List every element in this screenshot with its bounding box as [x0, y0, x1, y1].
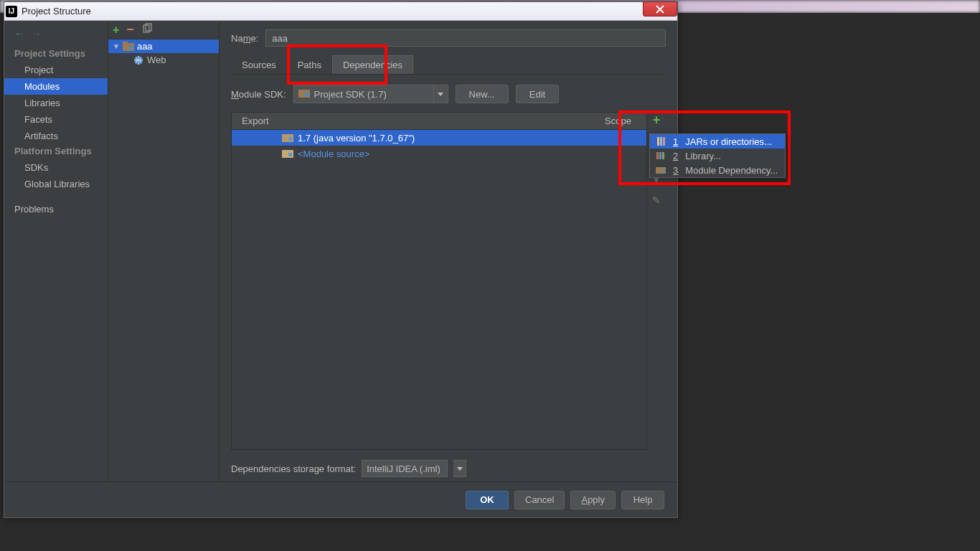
tab-sources[interactable]: Sources	[231, 55, 287, 74]
tabs: Sources Paths Dependencies	[231, 55, 666, 75]
nav-back-icon[interactable]: ←	[14, 28, 24, 39]
new-sdk-button[interactable]: New...	[456, 85, 509, 103]
svg-rect-9	[288, 137, 292, 141]
apply-button[interactable]: Apply	[570, 491, 616, 509]
tab-paths[interactable]: Paths	[287, 55, 332, 74]
svg-rect-19	[661, 169, 664, 172]
cancel-button[interactable]: Cancel	[514, 491, 565, 509]
storage-dropdown-icon[interactable]	[453, 460, 466, 477]
storage-value: IntelliJ IDEA (.iml)	[367, 463, 440, 474]
popup-label: JARs or directories...	[685, 136, 772, 147]
edit-sdk-button[interactable]: Edit	[516, 85, 559, 103]
nav-libraries[interactable]: Libraries	[4, 95, 108, 111]
sdk-select[interactable]: Project SDK (1.7)	[293, 85, 448, 103]
nav-global-libraries[interactable]: Global Libraries	[4, 176, 108, 192]
row-label: <Module source>	[298, 149, 369, 159]
module-name-input[interactable]	[265, 29, 666, 47]
module-dep-icon	[656, 165, 667, 175]
popup-item-module-dep[interactable]: 3 Module Dependency...	[650, 163, 785, 177]
nav-facets[interactable]: Facets	[4, 111, 108, 128]
svg-rect-16	[659, 152, 661, 159]
tab-dependencies[interactable]: Dependencies	[332, 55, 413, 74]
popup-item-jars[interactable]: 1 JARs or directories...	[650, 134, 785, 149]
dependencies-table: Export Scope 1.7 (java version "1.7.0_67…	[231, 112, 647, 450]
close-button[interactable]	[643, 1, 677, 17]
svg-rect-17	[662, 152, 664, 159]
titlebar-title: Project Structure	[22, 6, 91, 17]
titlebar: IJ Project Structure	[4, 2, 677, 21]
svg-rect-15	[656, 152, 659, 159]
nav-modules[interactable]: Modules	[4, 78, 108, 95]
storage-label: Dependencies storage format:	[231, 463, 356, 474]
dialog-footer: OK Cancel Apply Help	[4, 481, 677, 517]
copy-module-icon[interactable]	[141, 23, 153, 37]
svg-rect-4	[129, 46, 133, 50]
tree-item-web[interactable]: Web	[108, 53, 219, 67]
dropdown-icon	[433, 85, 448, 103]
library-icon	[656, 151, 667, 161]
svg-rect-14	[663, 137, 665, 146]
tree-item-root[interactable]: ▼ aaa	[108, 39, 219, 53]
close-icon	[656, 5, 664, 14]
row-label: 1.7 (java version "1.7.0_67")	[298, 133, 415, 143]
module-icon	[123, 42, 134, 52]
popup-label: Library...	[685, 151, 721, 161]
sdk-folder-icon	[298, 88, 310, 100]
jdk-folder-icon	[282, 133, 293, 143]
tree-item-label: aaa	[137, 41, 153, 52]
module-folder-icon	[282, 149, 293, 159]
table-row[interactable]: 1.7 (java version "1.7.0_67")	[232, 130, 646, 146]
nav-problems[interactable]: Problems	[4, 201, 108, 217]
name-label: Name:	[231, 33, 258, 44]
nav-forward-icon[interactable]: →	[32, 28, 42, 39]
table-header: Export Scope	[232, 113, 646, 130]
nav-project[interactable]: Project	[4, 62, 108, 78]
web-icon	[133, 55, 144, 65]
section-project-settings: Project Settings	[4, 47, 108, 62]
tree-item-label: Web	[147, 55, 166, 65]
table-row[interactable]: <Module source>	[232, 146, 646, 161]
svg-rect-7	[305, 93, 308, 96]
col-export[interactable]: Export	[232, 116, 282, 126]
add-dependency-button[interactable]: +	[649, 112, 664, 128]
edit-dependency-button[interactable]: ✎	[649, 192, 664, 208]
svg-rect-13	[660, 137, 662, 146]
left-nav-panel: ← → Project Settings Project Modules Lib…	[4, 21, 108, 481]
nav-sdks[interactable]: SDKs	[4, 159, 108, 176]
add-dependency-popup: 1 JARs or directories... 2 Library... 3 …	[649, 133, 786, 178]
intellij-icon: IJ	[6, 6, 17, 17]
help-button[interactable]: Help	[621, 491, 664, 509]
add-module-icon[interactable]: +	[113, 24, 119, 37]
svg-rect-11	[288, 153, 292, 156]
ok-button[interactable]: OK	[466, 491, 509, 509]
nav-artifacts[interactable]: Artifacts	[4, 128, 108, 144]
remove-module-icon[interactable]: −	[126, 22, 134, 37]
sdk-value: Project SDK (1.7)	[314, 89, 387, 100]
col-scope[interactable]: Scope	[605, 116, 646, 126]
svg-rect-3	[123, 42, 128, 44]
storage-format-select[interactable]: IntelliJ IDEA (.iml)	[362, 460, 448, 477]
jar-icon	[656, 136, 667, 146]
svg-rect-12	[657, 137, 659, 146]
expand-icon[interactable]: ▼	[113, 42, 120, 50]
main-panel: Name: Sources Paths Dependencies Module …	[220, 21, 677, 481]
section-platform-settings: Platform Settings	[4, 144, 108, 159]
popup-item-library[interactable]: 2 Library...	[650, 149, 785, 163]
module-tree-panel: + − ▼ aaa Web	[108, 21, 220, 481]
sdk-label: Module SDK:	[231, 89, 286, 100]
project-structure-dialog: IJ Project Structure ← → Project Setting…	[4, 1, 678, 518]
popup-label: Module Dependency...	[685, 165, 778, 176]
